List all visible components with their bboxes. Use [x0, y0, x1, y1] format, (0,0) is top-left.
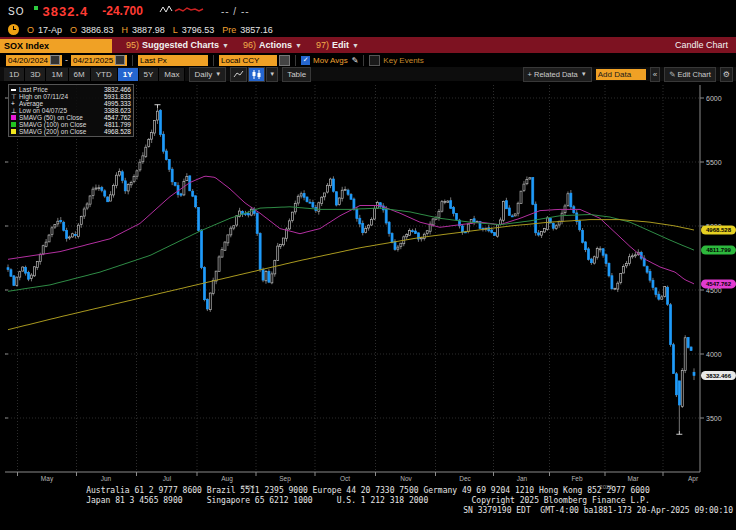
legend-row: + Average4995.333: [11, 100, 131, 107]
svg-text:Jun: Jun: [101, 475, 112, 482]
svg-text:6000: 6000: [706, 95, 722, 102]
legend-row: ⊤ High on 07/11/245931.833: [11, 93, 131, 100]
svg-text:Mar: Mar: [627, 475, 639, 482]
svg-text:4968.528: 4968.528: [706, 227, 732, 233]
legend-marker-icon: ⊥: [11, 107, 19, 114]
legend-row: SMAVG (100) on Close4811.799: [11, 121, 131, 128]
svg-text:4000: 4000: [706, 351, 722, 358]
legend-marker-icon: [11, 122, 19, 127]
svg-text:Feb: Feb: [571, 475, 583, 482]
svg-text:Sep: Sep: [279, 475, 291, 483]
legend-marker-icon: [11, 129, 19, 134]
legend-marker-icon: ⊤: [11, 93, 19, 100]
svg-text:Nov: Nov: [400, 475, 412, 482]
svg-text:Jan: Jan: [517, 475, 528, 482]
footer-line1: Australia 61 2 9777 8600 Brazil 5511 239…: [0, 486, 736, 495]
footer-line2: Japan 81 3 4565 8900 Singapore 65 6212 1…: [0, 496, 736, 505]
svg-text:3832.466: 3832.466: [706, 373, 732, 379]
svg-text:5500: 5500: [706, 159, 722, 166]
legend-row: SMAVG (200) on Close4968.528: [11, 128, 131, 135]
svg-text:Aug: Aug: [221, 475, 233, 483]
bloomberg-terminal-window: SO 3832.4 -24.700 -- / -- O 17-Ap O 3886…: [0, 0, 736, 530]
legend-row: SMAVG (50) on Close4547.762: [11, 114, 131, 121]
legend-marker-icon: [11, 115, 19, 120]
svg-text:4547.762: 4547.762: [706, 281, 732, 287]
footer-terminal-info: SN 3379190 EDT GMT-4:00 ba1881-173 20-Ap…: [0, 506, 736, 515]
legend-row: Last Price3832.466: [11, 86, 131, 93]
candle-chart[interactable]: 600055005000450040003500MayJunJulAugSepO…: [0, 0, 736, 530]
svg-text:4811.799: 4811.799: [706, 247, 731, 253]
svg-text:3500: 3500: [706, 415, 722, 422]
legend-row: ⊥ Low on 04/07/253388.623: [11, 107, 131, 114]
chart-legend: Last Price3832.466⊤ High on 07/11/245931…: [8, 84, 134, 137]
svg-text:Oct: Oct: [340, 475, 350, 482]
svg-text:Apr: Apr: [688, 475, 699, 483]
svg-text:Jul: Jul: [163, 475, 172, 482]
svg-text:May: May: [41, 475, 54, 483]
legend-marker-icon: [11, 89, 19, 91]
legend-marker-icon: +: [11, 100, 19, 107]
svg-text:Dec: Dec: [459, 475, 471, 482]
